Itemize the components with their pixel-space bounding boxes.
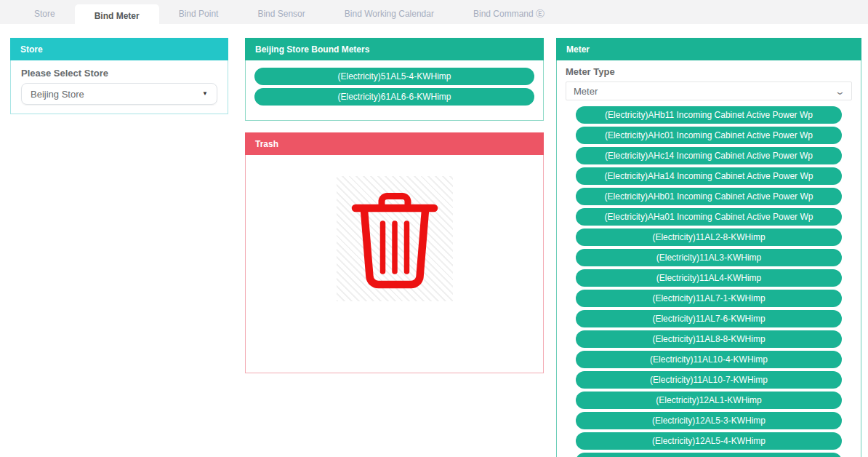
tab-label: Store — [34, 9, 55, 19]
meter-panel-header: Meter — [556, 38, 861, 60]
store-panel-body: Please Select Store Beijing Store ▼ — [10, 60, 228, 114]
meter-panel-title: Meter — [566, 44, 590, 55]
meter-pill[interactable]: (Electricity)12AL5-3-KWHimp — [576, 412, 842, 429]
trash-panel-header: Trash — [245, 132, 544, 155]
trash-panel-title: Trash — [255, 139, 278, 149]
meter-pill-label: (Electricity)12AL1-KWHimp — [656, 395, 761, 405]
tab[interactable]: Bind Working Calendar — [325, 0, 454, 28]
meter-pill-label: (Electricity)11AL7-1-KWHimp — [652, 293, 765, 303]
tab-label: Bind Point — [179, 9, 219, 19]
meter-type-select[interactable]: Meter ⌄ — [566, 82, 852, 100]
store-select-value: Beijing Store — [31, 89, 84, 100]
tab-bar: Store Bind Meter Bind Point Bind Sensor … — [0, 0, 868, 24]
meter-pill-label: (Electricity)11AL4-KWHimp — [656, 273, 761, 283]
meter-pill[interactable]: (Electricity)11AL2-8-KWHimp — [576, 228, 842, 246]
trash-icon-background — [337, 176, 453, 301]
meter-pill-label: (Electricity)11AL2-8-KWHimp — [652, 232, 765, 242]
tab[interactable]: Bind Point — [159, 0, 238, 28]
meter-pill[interactable]: (Electricity)11AL10-7-KWHimp — [576, 371, 842, 389]
meter-pill[interactable]: (Electricity)11AL7-6-KWHimp — [576, 310, 842, 327]
bound-meter-pill[interactable]: (Electricity)61AL6-6-KWHimp — [254, 88, 534, 106]
caret-down-icon: ▼ — [202, 91, 208, 97]
meter-pill-label: (Electricity)AHc14 Incoming Cabinet Acti… — [605, 151, 813, 161]
tab[interactable]: Bind Sensor — [238, 0, 324, 28]
tab[interactable]: Bind Command Ⓔ — [454, 0, 564, 28]
meter-pill-label: (Electricity)11AL7-6-KWHimp — [652, 314, 765, 324]
meter-list: (Electricity)AHb11 Incoming Cabinet Acti… — [566, 106, 852, 450]
meter-pill[interactable]: (Electricity)11AL10-4-KWHimp — [576, 351, 842, 368]
meter-pill[interactable]: (Electricity)12AL1-KWHimp — [576, 392, 842, 409]
meter-pill-label: (Electricity)11AL10-4-KWHimp — [650, 354, 768, 365]
meter-pill-label: (Electricity)11AL8-8-KWHimp — [652, 334, 765, 344]
trash-icon — [340, 184, 449, 293]
chevron-down-icon: ⌄ — [835, 87, 845, 96]
meter-pill-label: (Electricity)AHc01 Incoming Cabinet Acti… — [605, 130, 813, 140]
meter-pill[interactable]: (Electricity)AHc01 Incoming Cabinet Acti… — [576, 127, 842, 144]
meter-pill-label: (Electricity)12AL5-4-KWHimp — [652, 436, 765, 446]
meter-pill-label: (Electricity)12AL5-3-KWHimp — [652, 416, 765, 426]
tab-label: Bind Sensor — [257, 9, 305, 19]
tab[interactable]: Store — [15, 0, 75, 28]
meter-pill-label: (Electricity)AHa01 Incoming Cabinet Acti… — [605, 212, 813, 222]
tab-label: Bind Meter — [95, 11, 140, 21]
trash-dropzone[interactable] — [245, 155, 544, 373]
meter-pill[interactable]: (Electricity)11AL7-1-KWHimp — [576, 290, 842, 307]
bound-meters-panel-header: Beijing Store Bound Meters — [245, 38, 544, 60]
store-panel-title: Store — [20, 44, 43, 55]
meter-pill[interactable]: (Electricity)AHa14 Incoming Cabinet Acti… — [576, 167, 842, 185]
meter-pill-label: (Electricity)11AL10-7-KWHimp — [650, 375, 768, 385]
meter-type-label: Meter Type — [566, 66, 852, 77]
meter-pill-label: (Electricity)AHb01 Incoming Cabinet Acti… — [605, 191, 813, 202]
meter-pill[interactable]: (Electricity)AHb11 Incoming Cabinet Acti… — [576, 106, 842, 124]
meter-pill[interactable]: (Electricity)11AL8-8-KWHimp — [576, 330, 842, 348]
trash-panel: Trash — [245, 132, 544, 373]
tab-list: Store Bind Meter Bind Point Bind Sensor … — [15, 0, 564, 28]
meter-pill-label: (Electricity)11AL3-KWHimp — [656, 253, 761, 263]
meter-pill[interactable]: (Electricity)12AL5-4-KWHimp — [576, 432, 842, 450]
store-select[interactable]: Beijing Store ▼ — [21, 83, 217, 105]
bound-meters-panel: Beijing Store Bound Meters (Electricity)… — [245, 38, 544, 121]
meter-type-select-value: Meter — [574, 86, 598, 97]
meter-pill[interactable]: (Electricity)AHa01 Incoming Cabinet Acti… — [576, 208, 842, 226]
meter-pill[interactable]: (Electricity)11AL3-KWHimp — [576, 249, 842, 266]
store-panel-header: Store — [10, 38, 228, 60]
bound-meters-list[interactable]: (Electricity)51AL5-4-KWHimp (Electricity… — [245, 60, 544, 121]
meter-panel: Meter Meter Type Meter ⌄ (Electricity)AH… — [556, 38, 861, 457]
bound-meter-pill-label: (Electricity)61AL6-6-KWHimp — [337, 92, 451, 102]
bound-meter-pill[interactable]: (Electricity)51AL5-4-KWHimp — [254, 68, 534, 85]
meter-panel-body: Meter Type Meter ⌄ (Electricity)AHb11 In… — [556, 60, 861, 457]
bound-meters-panel-title: Beijing Store Bound Meters — [255, 44, 369, 55]
meter-pill[interactable]: (Electricity)AHc14 Incoming Cabinet Acti… — [576, 147, 842, 164]
store-select-label: Please Select Store — [21, 68, 217, 79]
tab[interactable]: Bind Meter — [75, 4, 159, 28]
meter-pill-partial[interactable] — [576, 453, 842, 457]
meter-pill-label: (Electricity)AHb11 Incoming Cabinet Acti… — [605, 110, 813, 120]
tab-label: Bind Command Ⓔ — [473, 8, 544, 20]
meter-pill[interactable]: (Electricity)AHb01 Incoming Cabinet Acti… — [576, 188, 842, 205]
meter-pill[interactable]: (Electricity)11AL4-KWHimp — [576, 269, 842, 287]
store-panel: Store Please Select Store Beijing Store … — [10, 38, 228, 114]
meter-pill-label: (Electricity)AHa14 Incoming Cabinet Acti… — [605, 171, 813, 181]
bound-meter-pill-label: (Electricity)51AL5-4-KWHimp — [337, 71, 451, 82]
tab-label: Bind Working Calendar — [345, 9, 434, 19]
